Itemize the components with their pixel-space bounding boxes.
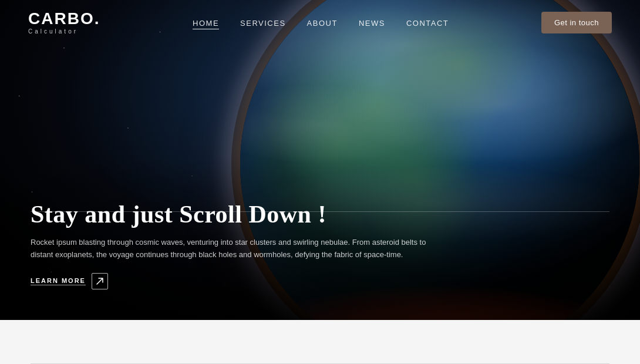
arrow-up-right-icon [96,277,104,285]
logo[interactable]: CARBO. Calculator [28,11,100,35]
nav-link-about[interactable]: ABOUT [307,19,338,28]
nav-link-services[interactable]: SERVICES [240,19,286,28]
get-in-touch-button[interactable]: Get in touch [541,12,612,33]
nav-link-news[interactable]: NEWS [359,19,385,28]
nav-item-contact[interactable]: CONTACT [406,18,449,28]
nav-link-contact[interactable]: CONTACT [406,19,449,28]
hero-content: Stay and just Scroll Down ! Rocket ipsum… [31,200,609,289]
learn-more-label: LEARN MORE [31,277,86,285]
logo-subtext: Calculator [28,28,78,35]
nav-item-news[interactable]: NEWS [359,18,385,28]
below-hero-section [0,320,640,364]
logo-text: CARBO. [28,11,100,27]
learn-more-button[interactable]: LEARN MORE [31,273,609,289]
nav-item-home[interactable]: HOME [193,18,219,28]
navbar: CARBO. Calculator HOME SERVICES ABOUT NE… [0,0,640,45]
nav-item-about[interactable]: ABOUT [307,18,338,28]
hero-title: Stay and just Scroll Down ! [31,200,609,228]
hero-description: Rocket ipsum blasting through cosmic wav… [31,237,442,261]
nav-item-services[interactable]: SERVICES [240,18,286,28]
arrow-icon [92,273,108,289]
nav-links: HOME SERVICES ABOUT NEWS CONTACT [193,18,449,28]
nav-link-home[interactable]: HOME [193,19,219,29]
hero-section: Stay and just Scroll Down ! Rocket ipsum… [0,0,640,320]
